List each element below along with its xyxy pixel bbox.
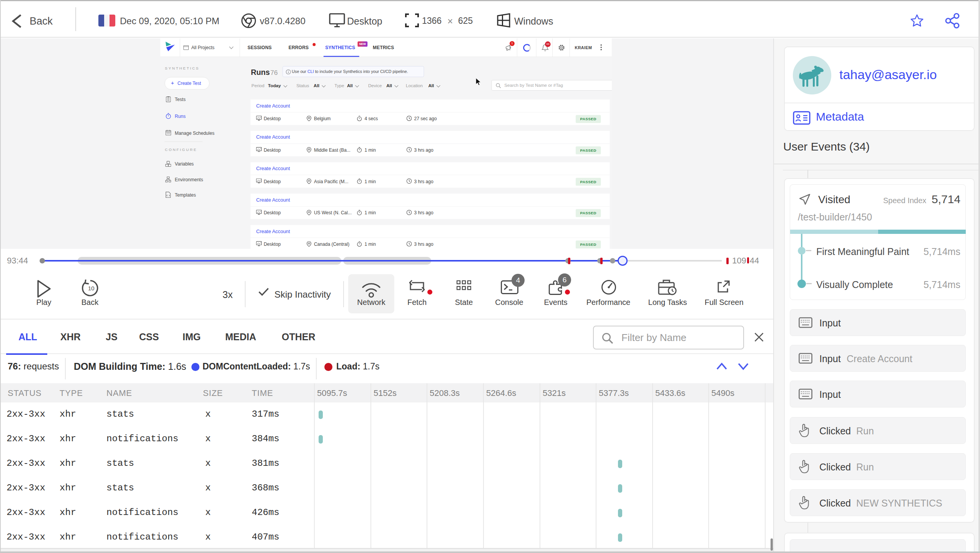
svg-text:10: 10: [88, 285, 95, 291]
